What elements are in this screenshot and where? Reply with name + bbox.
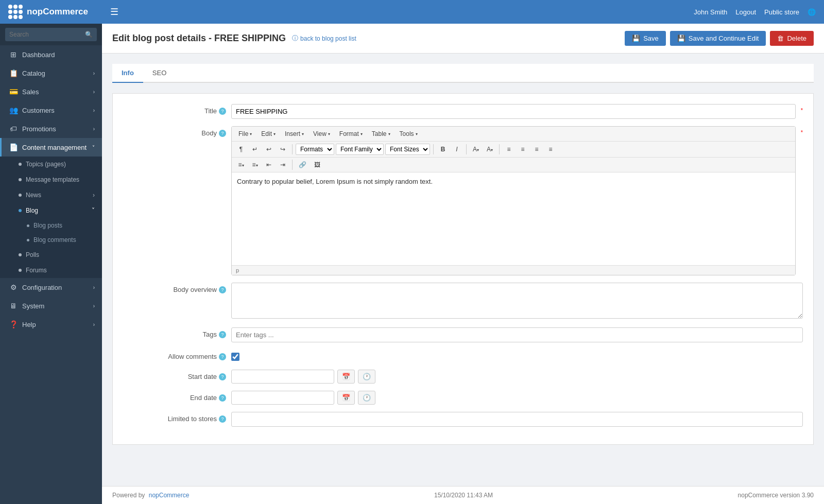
- font-color-btn[interactable]: A▾: [470, 144, 482, 154]
- insert-image-btn[interactable]: 🖼: [311, 160, 323, 170]
- sidebar-item-sales[interactable]: 💳 Sales ›: [0, 82, 102, 101]
- unordered-list-btn[interactable]: ≡▾: [235, 160, 247, 170]
- customers-icon: 👥: [9, 106, 18, 114]
- search-icon[interactable]: 🔍: [85, 31, 93, 38]
- rich-text-editor: File ▾ Edit ▾ Insert ▾: [231, 126, 796, 275]
- ordered-list-btn[interactable]: ≡▾: [249, 160, 261, 170]
- editor-insert-menu[interactable]: Insert ▾: [281, 129, 307, 139]
- chevron-down-icon: ˅: [92, 145, 95, 150]
- allow-comments-field: [231, 350, 803, 362]
- end-date-input[interactable]: [231, 391, 334, 405]
- redo-btn[interactable]: ↪: [277, 144, 289, 154]
- body-required: *: [801, 126, 803, 135]
- start-date-input[interactable]: [231, 370, 334, 384]
- allow-comments-help-icon[interactable]: ?: [219, 353, 226, 360]
- chevron-right-icon: ›: [93, 192, 95, 199]
- align-left-btn[interactable]: ≡: [503, 144, 515, 154]
- brand-logo[interactable]: nopCommerce: [8, 5, 110, 19]
- sidebar-item-system[interactable]: 🖥 System ›: [0, 297, 102, 315]
- page-header-actions: 💾 Save 💾 Save and Continue Edit 🗑 Delete: [625, 31, 814, 46]
- allow-comments-checkbox[interactable]: [231, 353, 239, 361]
- sidebar-item-message-templates[interactable]: Message templates: [0, 172, 102, 187]
- title-help-icon[interactable]: ?: [219, 108, 226, 115]
- start-date-help-icon[interactable]: ?: [219, 373, 226, 380]
- back-to-list-link[interactable]: ⓘ back to blog post list: [292, 34, 356, 43]
- editor-body[interactable]: Contrary to popular belief, Lorem Ipsum …: [232, 172, 795, 265]
- body-overview-help-icon[interactable]: ?: [219, 286, 226, 293]
- tags-help-icon[interactable]: ?: [219, 331, 226, 338]
- editor-view-menu[interactable]: View ▾: [310, 129, 334, 139]
- editor-edit-menu[interactable]: Edit ▾: [258, 129, 279, 139]
- bold-btn[interactable]: B: [437, 144, 449, 154]
- editor-menubar: File ▾ Edit ▾ Insert ▾: [232, 127, 795, 142]
- sidebar-item-topics[interactable]: Topics (pages): [0, 157, 102, 172]
- sidebar-item-promotions[interactable]: 🏷 Promotions ›: [0, 119, 102, 138]
- logout-link[interactable]: Logout: [735, 8, 756, 16]
- body-help-icon[interactable]: ?: [219, 130, 226, 137]
- footer-brand-link[interactable]: nopCommerce: [149, 492, 190, 499]
- editor-tools-menu[interactable]: Tools ▾: [396, 129, 421, 139]
- dot-icon: [19, 194, 22, 197]
- insert-link-btn[interactable]: 🔗: [296, 160, 310, 170]
- editor-file-menu[interactable]: File ▾: [235, 129, 255, 139]
- hamburger-menu-icon[interactable]: ☰: [110, 6, 118, 18]
- sidebar-item-dashboard[interactable]: ⊞ Dashboard: [0, 45, 102, 64]
- save-button[interactable]: 💾 Save: [625, 31, 666, 46]
- sidebar-item-configuration[interactable]: ⚙ Configuration ›: [0, 278, 102, 297]
- align-right-btn[interactable]: ≡: [530, 144, 543, 154]
- undo-btn[interactable]: ↩: [263, 144, 275, 154]
- end-date-calendar-btn[interactable]: 📅: [337, 391, 355, 405]
- editor-table-menu[interactable]: Table ▾: [368, 129, 394, 139]
- tags-input[interactable]: [231, 327, 803, 342]
- back-link-text: back to blog post list: [300, 35, 356, 42]
- delete-button[interactable]: 🗑 Delete: [770, 31, 814, 46]
- globe-icon[interactable]: 🌐: [808, 8, 816, 16]
- chevron-right-icon: ›: [93, 285, 95, 290]
- chevron-right-icon: ›: [93, 126, 95, 132]
- limited-stores-input[interactable]: [231, 412, 803, 427]
- delete-label: Delete: [787, 34, 806, 42]
- title-input[interactable]: [231, 104, 796, 119]
- bg-color-btn[interactable]: A▾: [484, 144, 496, 154]
- formats-select[interactable]: Formats: [296, 144, 334, 155]
- sidebar-item-blog-comments[interactable]: Blog comments: [0, 233, 102, 247]
- limited-stores-help-icon[interactable]: ?: [219, 415, 226, 423]
- dot-icon: [27, 224, 29, 227]
- font-sizes-select[interactable]: Font Sizes: [385, 144, 430, 155]
- toolbar-divider: [466, 144, 467, 154]
- body-overview-textarea[interactable]: [231, 283, 803, 319]
- public-store-link[interactable]: Public store: [764, 8, 799, 16]
- align-justify-btn[interactable]: ≡: [544, 144, 557, 154]
- search-input[interactable]: [5, 28, 97, 41]
- font-family-select[interactable]: Font Family: [336, 144, 384, 155]
- sidebar-item-label: Dashboard: [22, 51, 55, 59]
- end-date-label: End date ?: [123, 391, 226, 402]
- sidebar-item-blog-posts[interactable]: Blog posts: [0, 218, 102, 233]
- align-center-btn[interactable]: ≡: [517, 144, 529, 154]
- italic-btn[interactable]: I: [451, 144, 463, 154]
- editor-content: Contrary to popular belief, Lorem Ipsum …: [237, 178, 433, 185]
- sidebar-item-content[interactable]: 📄 Content management ˅: [0, 138, 102, 157]
- sidebar-item-help[interactable]: ❓ Help ›: [0, 315, 102, 334]
- end-date-help-icon[interactable]: ?: [219, 394, 226, 402]
- sidebar-sub-label: News: [26, 192, 41, 199]
- save-continue-label: Save and Continue Edit: [689, 34, 759, 42]
- start-date-time-btn[interactable]: 🕐: [358, 370, 375, 384]
- sidebar-item-polls[interactable]: Polls: [0, 247, 102, 263]
- tab-seo[interactable]: SEO: [143, 64, 176, 83]
- outdent-btn[interactable]: ⇤: [263, 160, 275, 170]
- sidebar-item-customers[interactable]: 👥 Customers ›: [0, 101, 102, 119]
- chevron-down-icon: ▾: [416, 132, 418, 136]
- save-continue-button[interactable]: 💾 Save and Continue Edit: [670, 31, 766, 46]
- sidebar-item-news[interactable]: News ›: [0, 187, 102, 203]
- indent-btn[interactable]: ⇥: [277, 160, 289, 170]
- paragraph-ltr-btn[interactable]: ¶: [235, 144, 247, 154]
- sidebar-item-blog[interactable]: Blog ˅: [0, 203, 102, 218]
- start-date-calendar-btn[interactable]: 📅: [337, 370, 355, 384]
- paragraph-rtl-btn[interactable]: ↵: [249, 144, 261, 154]
- sidebar-item-forums[interactable]: Forums: [0, 263, 102, 278]
- end-date-time-btn[interactable]: 🕐: [358, 391, 375, 405]
- sidebar-item-catalog[interactable]: 📋 Catalog ›: [0, 64, 102, 82]
- editor-format-menu[interactable]: Format ▾: [336, 129, 366, 139]
- tab-info[interactable]: Info: [112, 64, 143, 83]
